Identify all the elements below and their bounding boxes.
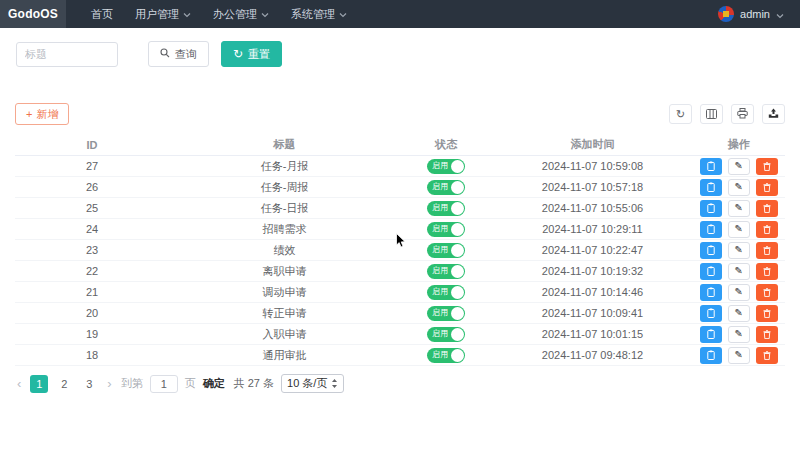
columns-icon [706,107,717,122]
toggle-knob [451,223,464,236]
page-button-2[interactable]: 2 [55,375,73,393]
copy-button[interactable] [700,284,722,301]
copy-button[interactable] [700,242,722,259]
pencil-icon: ✎ [735,266,743,276]
title-search-input[interactable] [16,42,118,67]
copy-button[interactable] [700,347,722,364]
cell-status: 启用 [400,285,492,300]
toggle-knob [451,307,464,320]
edit-button[interactable]: ✎ [728,158,750,175]
page-size-select[interactable]: 10 条/页 [281,374,344,393]
export-button[interactable] [762,104,785,124]
confirm-jump-button[interactable]: 确定 [203,376,225,391]
status-toggle[interactable]: 启用 [427,327,465,342]
edit-button[interactable]: ✎ [728,326,750,343]
trash-icon [763,264,771,279]
copy-button[interactable] [700,200,722,217]
delete-button[interactable] [756,200,778,217]
status-toggle[interactable]: 启用 [427,264,465,279]
status-toggle[interactable]: 启用 [427,348,465,363]
status-toggle-label: 启用 [432,267,448,275]
reset-button[interactable]: ↻ 重置 [221,41,282,67]
navbar: GodoOS 首页 用户管理 办公管理 系统管理 admin [0,0,800,28]
edit-button[interactable]: ✎ [728,221,750,238]
nav-item-label: 系统管理 [291,7,335,22]
edit-button[interactable]: ✎ [728,200,750,217]
nav-item-label: 用户管理 [135,7,179,22]
columns-button[interactable] [700,104,723,124]
edit-button[interactable]: ✎ [728,305,750,322]
nav-item-user-management[interactable]: 用户管理 [124,0,202,28]
status-toggle[interactable]: 启用 [427,201,465,216]
cell-actions: ✎ [693,326,785,343]
status-toggle-label: 启用 [432,183,448,191]
cell-actions: ✎ [693,284,785,301]
delete-button[interactable] [756,242,778,259]
edit-button[interactable]: ✎ [728,179,750,196]
table-tools: ↻ [669,104,785,124]
delete-button[interactable] [756,263,778,280]
delete-button[interactable] [756,221,778,238]
status-toggle-label: 启用 [432,351,448,359]
edit-button[interactable]: ✎ [728,284,750,301]
copy-button[interactable] [700,158,722,175]
cell-status: 启用 [400,243,492,258]
brand-logo[interactable]: GodoOS [0,0,66,28]
delete-button[interactable] [756,158,778,175]
copy-button[interactable] [700,305,722,322]
delete-button[interactable] [756,326,778,343]
status-toggle-label: 启用 [432,204,448,212]
nav-item-system-management[interactable]: 系统管理 [280,0,358,28]
table-row: 25 任务-日报 启用 2024-11-07 10:55:06 ✎ [15,198,785,219]
copy-button[interactable] [700,179,722,196]
cell-id: 20 [15,307,169,319]
status-toggle[interactable]: 启用 [427,159,465,174]
query-button[interactable]: 查询 [148,41,209,67]
prev-page-button[interactable]: ‹ [15,377,23,390]
jump-page-input[interactable] [150,375,178,393]
cell-time: 2024-11-07 10:01:15 [492,328,692,340]
edit-button[interactable]: ✎ [728,347,750,364]
status-toggle-label: 启用 [432,330,448,338]
cell-id: 23 [15,244,169,256]
add-button[interactable]: + 新增 [15,103,69,125]
copy-button[interactable] [700,221,722,238]
edit-button[interactable]: ✎ [728,242,750,259]
cell-actions: ✎ [693,305,785,322]
next-page-button[interactable]: › [105,377,113,390]
table-toolbar: + 新增 ↻ [15,103,785,125]
status-toggle[interactable]: 启用 [427,285,465,300]
delete-button[interactable] [756,305,778,322]
refresh-table-button[interactable]: ↻ [669,104,692,124]
page-button-1[interactable]: 1 [30,375,48,393]
cell-id: 25 [15,202,169,214]
refresh-icon: ↻ [676,109,685,120]
main-content: + 新增 ↻ [0,103,800,393]
status-toggle[interactable]: 启用 [427,222,465,237]
pencil-icon: ✎ [735,308,743,318]
nav-item-office-management[interactable]: 办公管理 [202,0,280,28]
page-button-3[interactable]: 3 [80,375,98,393]
pencil-icon: ✎ [735,182,743,192]
status-toggle[interactable]: 启用 [427,306,465,321]
printer-button[interactable] [731,104,754,124]
nav-item-home[interactable]: 首页 [80,0,124,28]
copy-button[interactable] [700,326,722,343]
chevron-down-icon [339,8,347,20]
delete-button[interactable] [756,284,778,301]
copy-button[interactable] [700,263,722,280]
delete-button[interactable] [756,179,778,196]
trash-icon [763,306,771,321]
user-menu[interactable]: admin [718,5,800,23]
cell-title: 调动申请 [169,285,400,300]
table-row: 22 离职申请 启用 2024-11-07 10:19:32 ✎ [15,261,785,282]
pencil-icon: ✎ [735,161,743,171]
status-toggle[interactable]: 启用 [427,180,465,195]
edit-button[interactable]: ✎ [728,263,750,280]
delete-button[interactable] [756,347,778,364]
plus-icon: + [26,108,32,120]
status-toggle[interactable]: 启用 [427,243,465,258]
search-icon [160,48,170,60]
cell-time: 2024-11-07 10:14:46 [492,286,692,298]
cell-actions: ✎ [693,263,785,280]
